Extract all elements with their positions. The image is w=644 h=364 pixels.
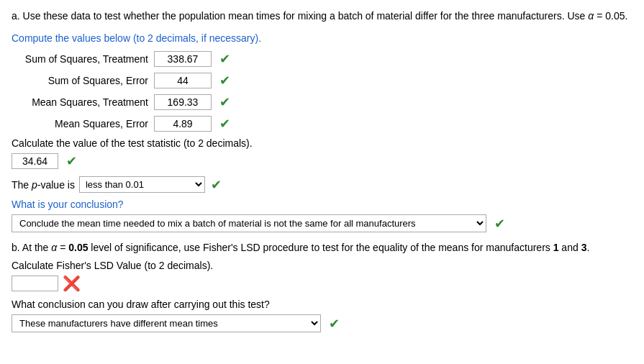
part-a-intro-text: a. Use these data to test whether the po…	[12, 10, 588, 22]
sos-error-check-icon: ✔	[217, 73, 232, 88]
pvalue-select[interactable]: less than 0.01 between 0.01 and 0.05 bet…	[79, 176, 205, 193]
sos-error-input[interactable]	[154, 73, 212, 88]
ms-treatment-input[interactable]	[154, 94, 212, 110]
pvalue-row: The p-value is less than 0.01 between 0.…	[12, 176, 632, 193]
conclusion-check-icon: ✔	[492, 217, 507, 231]
ms-treatment-row: Mean Squares, Treatment ✔	[12, 94, 632, 110]
ms-error-input[interactable]	[154, 116, 212, 132]
part-b-intro: b. At the α = 0.05 level of significance…	[12, 240, 632, 255]
pvalue-prefix: The p-value is	[12, 179, 75, 191]
pvalue-check-icon: ✔	[209, 178, 224, 192]
test-stat-check-icon: ✔	[64, 154, 78, 168]
alpha-symbol: α = 0.05.	[588, 10, 627, 22]
lsd-calc-label: Calculate Fisher's LSD Value (to 2 decim…	[12, 260, 632, 271]
conclusion-label: What is your conclusion?	[12, 199, 632, 210]
calc-stat-label: Calculate the value of the test statisti…	[12, 137, 632, 149]
lsd-row: ❌	[12, 276, 632, 291]
ms-error-check-icon: ✔	[217, 117, 232, 131]
sos-error-label: Sum of Squares, Error	[12, 75, 148, 86]
draw-conclusion-check-icon: ✔	[327, 317, 341, 331]
ms-error-label: Mean Squares, Error	[12, 118, 148, 129]
sos-treatment-input[interactable]	[154, 51, 212, 67]
ms-treatment-label: Mean Squares, Treatment	[12, 96, 148, 108]
compute-label: Compute the values below (to 2 decimals,…	[12, 32, 632, 44]
lsd-input[interactable]	[12, 276, 58, 291]
sos-error-row: Sum of Squares, Error ✔	[12, 73, 632, 88]
part-a-intro: a. Use these data to test whether the po…	[12, 9, 632, 24]
sos-treatment-label: Sum of Squares, Treatment	[12, 53, 148, 65]
draw-conclusion-select[interactable]: These manufacturers have different mean …	[12, 314, 321, 332]
draw-conclusion-label: What conclusion can you draw after carry…	[12, 299, 632, 310]
test-stat-row: ✔	[12, 153, 632, 169]
conclusion-row: Conclude the mean time needed to mix a b…	[12, 214, 632, 232]
test-stat-input[interactable]	[12, 153, 58, 169]
lsd-error-icon: ❌	[64, 276, 78, 291]
draw-conclusion-row: These manufacturers have different mean …	[12, 314, 632, 332]
ms-error-row: Mean Squares, Error ✔	[12, 116, 632, 132]
conclusion-select[interactable]: Conclude the mean time needed to mix a b…	[12, 214, 486, 232]
ms-treatment-check-icon: ✔	[217, 95, 232, 109]
sos-treatment-check-icon: ✔	[217, 52, 232, 66]
sos-treatment-row: Sum of Squares, Treatment ✔	[12, 51, 632, 67]
